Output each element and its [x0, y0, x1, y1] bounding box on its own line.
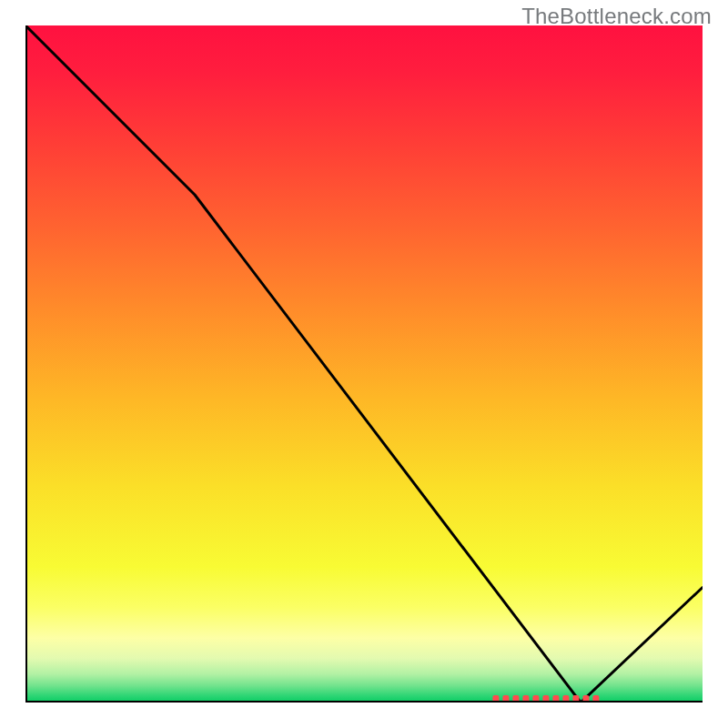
plot-area	[25, 25, 703, 703]
chart-frame: TheBottleneck.com	[0, 0, 728, 728]
